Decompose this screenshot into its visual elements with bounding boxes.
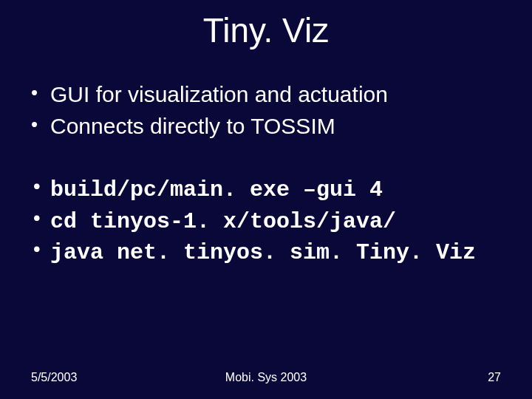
- slide-footer: 5/5/2003 Mobi. Sys 2003 27: [31, 371, 501, 384]
- bullet-item: build/pc/main. exe –gui 4: [31, 175, 501, 205]
- bullet-item: java net. tinyos. sim. Tiny. Viz: [31, 238, 501, 268]
- slide-title: Tiny. Viz: [0, 10, 532, 50]
- bullet-item: GUI for visualization and actuation: [31, 80, 501, 110]
- footer-page-number: 27: [488, 371, 501, 384]
- bullet-list-code: build/pc/main. exe –gui 4 cd tinyos-1. x…: [31, 175, 501, 268]
- bullet-item: cd tinyos-1. x/tools/java/: [31, 207, 501, 237]
- slide: Tiny. Viz GUI for visualization and actu…: [0, 0, 532, 399]
- bullet-item: Connects directly to TOSSIM: [31, 112, 501, 142]
- spacer: [31, 143, 501, 175]
- slide-body: GUI for visualization and actuation Conn…: [31, 80, 501, 270]
- footer-date: 5/5/2003: [31, 371, 77, 384]
- footer-venue: Mobi. Sys 2003: [31, 371, 501, 384]
- bullet-list-text: GUI for visualization and actuation Conn…: [31, 80, 501, 141]
